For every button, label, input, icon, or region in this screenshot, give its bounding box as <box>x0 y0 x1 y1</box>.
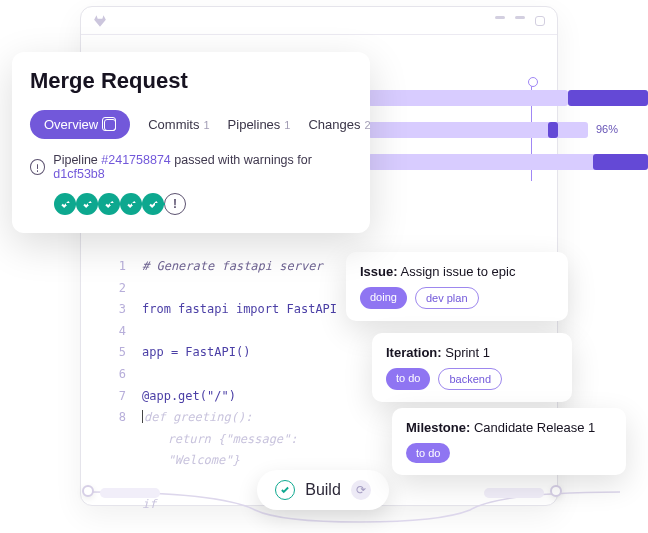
window-controls[interactable] <box>495 16 545 26</box>
copy-icon <box>104 119 116 131</box>
flow-node[interactable] <box>82 485 94 497</box>
tab-changes[interactable]: Changes2 <box>308 117 370 132</box>
tab-pipelines[interactable]: Pipelines1 <box>228 117 291 132</box>
tag[interactable]: backend <box>438 368 502 390</box>
merge-request-card: Merge Request Overview Commits1 Pipeline… <box>12 52 370 233</box>
check-circle-icon <box>275 480 295 500</box>
tab-commits[interactable]: Commits1 <box>148 117 209 132</box>
mr-title: Merge Request <box>30 68 352 94</box>
build-pill[interactable]: Build ⟳ <box>257 470 389 510</box>
pipeline-status: Pipeline #241758874 passed with warnings… <box>30 153 352 181</box>
window-dash-icon[interactable] <box>495 16 505 19</box>
window-dash-icon[interactable] <box>515 16 525 19</box>
warning-icon <box>30 159 45 175</box>
tag[interactable]: to do <box>386 368 430 390</box>
roadmap-bars: 96% <box>368 87 648 183</box>
tab-overview[interactable]: Overview <box>30 110 130 139</box>
build-label: Build <box>305 481 341 499</box>
tag[interactable]: doing <box>360 287 407 309</box>
pipeline-stages <box>54 193 352 215</box>
stage-warn-icon[interactable] <box>164 193 186 215</box>
titlebar <box>81 7 557 35</box>
roadmap-pct: 96% <box>596 123 618 135</box>
window-close-icon[interactable] <box>535 16 545 26</box>
issue-card[interactable]: Issue: Assign issue to epic doingdev pla… <box>346 252 568 321</box>
refresh-icon[interactable]: ⟳ <box>351 480 371 500</box>
pipeline-link[interactable]: #241758874 <box>101 153 171 167</box>
tag[interactable]: to do <box>406 443 450 463</box>
commit-sha-link[interactable]: d1cf53b8 <box>53 167 104 181</box>
iteration-card[interactable]: Iteration: Sprint 1 to dobackend <box>372 333 572 402</box>
gitlab-logo-icon <box>93 14 107 28</box>
tag[interactable]: dev plan <box>415 287 479 309</box>
milestone-card[interactable]: Milestone: Candidate Release 1 to do <box>392 408 626 475</box>
mr-tabs: Overview Commits1 Pipelines1 Changes2 <box>30 110 352 139</box>
flow-node[interactable] <box>550 485 562 497</box>
